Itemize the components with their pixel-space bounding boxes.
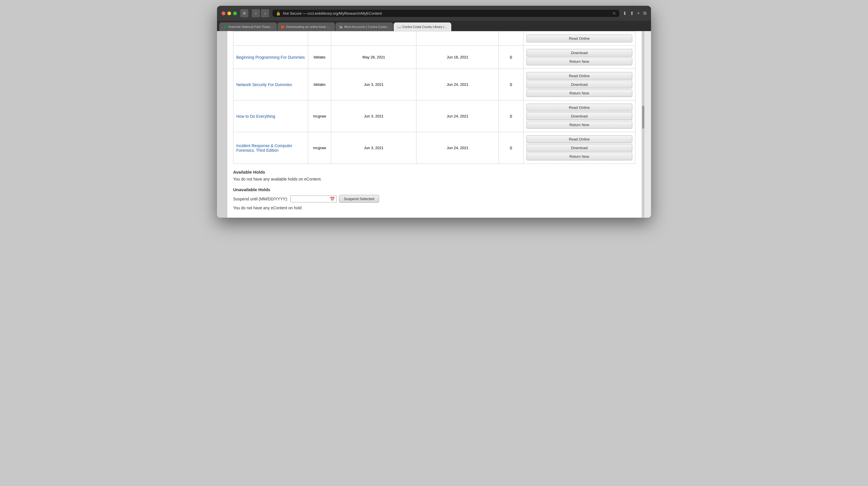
close-button[interactable] (222, 11, 225, 15)
due-date-2: Jun 24, 2021 (416, 100, 499, 132)
address-icons: ↻ (613, 11, 616, 16)
scrollbar-track (642, 31, 644, 218)
tab-favicon-apple: 🍎 (281, 25, 284, 29)
source-cell-1: biblabs (308, 69, 331, 100)
date-input-wrapper: 📅 (290, 195, 337, 203)
checkout-date-partial (331, 31, 416, 46)
address-text: Not Secure — cccl.enkilibrary.org/MyRese… (283, 11, 382, 16)
tab-favicon-econtent: 📖 (397, 25, 401, 29)
read-online-button-partial[interactable]: Read Online (526, 35, 632, 42)
tab-bar: 🌲 Yosemite National Park Ticketed Entry,… (217, 21, 651, 31)
unavailable-holds-title: Unavailable Holds (233, 187, 636, 192)
return-now-button-0[interactable]: Return Now (526, 58, 632, 65)
source-cell-partial (308, 31, 331, 46)
book-title-link-1[interactable]: Network Security For Dummies (236, 82, 292, 87)
download-button-2[interactable]: Download (526, 112, 632, 120)
checkout-date-2: Jun 3, 2021 (331, 100, 416, 132)
scrollbar-thumb[interactable] (642, 106, 644, 129)
tab-econtent[interactable]: 📖 Contra Costa County Library | My eCont… (394, 23, 451, 31)
available-holds-text: You do not have any available holds on e… (233, 177, 636, 181)
due-date-1: Jun 24, 2021 (416, 69, 499, 100)
tab-label-yosemite: Yosemite National Park Ticketed Entry, Y… (228, 25, 273, 29)
address-bar[interactable]: 🔒 Not Secure — cccl.enkilibrary.org/MyRe… (273, 10, 619, 17)
address-bar-container: 🔒 Not Secure — cccl.enkilibrary.org/MyRe… (273, 10, 619, 17)
due-date-3: Jun 24, 2021 (416, 132, 499, 164)
sidebar-panel (217, 31, 227, 218)
download-button-1[interactable]: Download (526, 81, 632, 88)
checkout-date-3: Jun 3, 2021 (331, 132, 416, 164)
book-title-link-3[interactable]: Incident Response & Computer Forensics, … (236, 143, 292, 153)
browser-window: ⊞ ‹ › 🔒 Not Secure — cccl.enkilibrary.or… (217, 6, 651, 218)
tab-apple-community[interactable]: 🍎 Downloading an online book - Apple Com… (277, 23, 335, 31)
holds-count-0: 0 (499, 46, 524, 69)
source-cell-3: mcgraw (308, 132, 331, 164)
tab-label-apple: Downloading an online book - Apple Commu… (286, 25, 332, 29)
actions-cell-1: Read Online Download Return Now (523, 69, 635, 100)
download-toolbar-icon[interactable]: ⬇ (623, 11, 626, 16)
holds-count-partial (499, 31, 524, 46)
tab-label-accounts: More Accounts | Contra Costa County Libr… (344, 25, 390, 29)
nav-buttons: ‹ › (252, 9, 269, 17)
tab-yosemite[interactable]: 🌲 Yosemite National Park Ticketed Entry,… (219, 23, 277, 31)
holds-count-1: 0 (499, 69, 524, 100)
toolbar-icons: ⬇ ⬆ + ⧉ (623, 11, 646, 16)
actions-cell-2: Read Online Download Return Now (523, 100, 635, 132)
books-table: Read Online Beginning Programming For Du… (233, 31, 636, 164)
scrollbar-area (641, 31, 645, 218)
tab-label-econtent: Contra Costa County Library | My eConten… (402, 25, 448, 29)
available-holds-title: Available Holds (233, 170, 636, 175)
suspend-label: Suspend until (MM/DD/YYYY): (233, 196, 288, 201)
checkout-date-1: Jun 3, 2021 (331, 69, 416, 100)
holds-count-3: 0 (499, 132, 524, 164)
source-cell-0: biblabs (308, 46, 331, 69)
read-online-button-1[interactable]: Read Online (526, 72, 632, 80)
tab-favicon-accounts: 📚 (339, 25, 342, 29)
browser-content: Read Online Beginning Programming For Du… (217, 31, 651, 218)
table-row-0: Beginning Programming For Dummies biblab… (234, 46, 636, 69)
no-holds-text: You do not have any eContent on hold (233, 206, 636, 210)
book-title-link-2[interactable]: How to Do Everything (236, 114, 275, 119)
checkout-date-0: May 28, 2021 (331, 46, 416, 69)
sidebar-toggle-button[interactable]: ⊞ (240, 9, 248, 17)
maximize-button[interactable] (233, 11, 237, 15)
calendar-icon-button[interactable]: 📅 (329, 196, 335, 201)
table-row-partial: Read Online (234, 31, 636, 46)
tab-favicon-yosemite: 🌲 (223, 25, 226, 29)
right-panel (645, 31, 651, 218)
minimize-button[interactable] (227, 11, 231, 15)
read-online-button-2[interactable]: Read Online (526, 104, 632, 112)
holds-count-2: 0 (499, 100, 524, 132)
table-row-1: Network Security For Dummies biblabs Jun… (234, 69, 636, 100)
download-button-3[interactable]: Download (526, 144, 632, 152)
return-now-button-3[interactable]: Return Now (526, 153, 632, 160)
refresh-icon[interactable]: ↻ (613, 11, 616, 16)
suspend-form: Suspend until (MM/DD/YYYY): 📅 Suspend Se… (233, 195, 636, 203)
suspend-selected-button[interactable]: Suspend Selected (339, 195, 379, 203)
forward-button[interactable]: › (261, 9, 269, 17)
read-online-button-3[interactable]: Read Online (526, 135, 632, 143)
actions-cell-3: Read Online Download Return Now (523, 132, 635, 164)
title-bar: ⊞ ‹ › 🔒 Not Secure — cccl.enkilibrary.or… (217, 6, 651, 21)
return-now-button-1[interactable]: Return Now (526, 89, 632, 97)
table-row-3: Incident Response & Computer Forensics, … (234, 132, 636, 164)
suspend-date-input[interactable] (292, 196, 329, 201)
tab-overview-icon[interactable]: ⧉ (643, 11, 646, 16)
due-date-partial (416, 31, 499, 46)
due-date-0: Jun 18, 2021 (416, 46, 499, 69)
content-wrapper: Read Online Beginning Programming For Du… (227, 31, 641, 218)
actions-cell-0: Download Return Now (523, 46, 635, 69)
back-button[interactable]: ‹ (252, 9, 260, 17)
source-cell-2: mcgraw (308, 100, 331, 132)
add-tab-icon[interactable]: + (637, 11, 640, 16)
share-toolbar-icon[interactable]: ⬆ (630, 11, 634, 16)
table-row-2: How to Do Everything mcgraw Jun 3, 2021 … (234, 100, 636, 132)
tab-more-accounts[interactable]: 📚 More Accounts | Contra Costa County Li… (336, 23, 393, 31)
actions-cell-partial: Read Online (523, 31, 635, 46)
return-now-button-2[interactable]: Return Now (526, 121, 632, 129)
download-button-0[interactable]: Download (526, 49, 632, 57)
book-title-link-0[interactable]: Beginning Programming For Dummies (236, 55, 305, 60)
page-content: Read Online Beginning Programming For Du… (227, 31, 641, 218)
traffic-lights (222, 11, 237, 15)
